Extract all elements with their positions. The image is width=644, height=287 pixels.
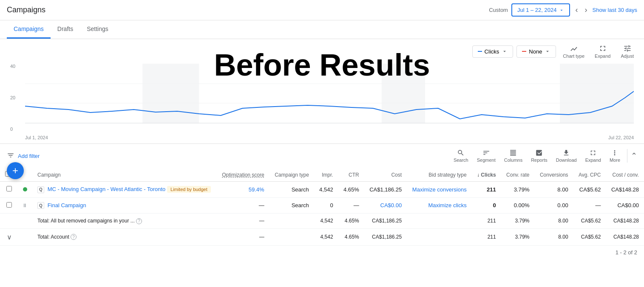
collapse-button[interactable]: ⌃	[631, 151, 637, 160]
next-date-button[interactable]: ›	[583, 4, 589, 16]
row2-status: ⏸	[17, 197, 32, 214]
total-label: Total: All but removed campaigns in your…	[32, 214, 217, 229]
campaign-link-2[interactable]: Final Campaign	[48, 202, 86, 208]
tab-drafts[interactable]: Drafts	[51, 20, 80, 39]
row2-impr: 0	[314, 197, 338, 214]
header-ctr: CTR	[338, 168, 364, 182]
row1-opt-score: 59.4%	[217, 182, 270, 198]
chart-wrapper: 40 20 0 Jul 1, 2024 Jul 22, 2024	[10, 64, 634, 140]
table-row: Q MC - Moving Campaign - West Atlantic -…	[0, 182, 644, 198]
header-cost-conv: Cost / conv.	[606, 168, 644, 182]
header-impr: Impr.	[314, 168, 338, 182]
more-button[interactable]: More	[606, 147, 624, 164]
collapse-account-icon[interactable]: ∨	[7, 234, 12, 241]
expand-label: Expand	[595, 53, 610, 59]
chart-type-button[interactable]: Chart type	[559, 42, 588, 60]
none-label: None	[529, 48, 542, 55]
top-bar-left: Campaigns	[7, 6, 45, 14]
table-section: Add filter Search Segment Columns Report…	[0, 144, 644, 246]
filter-area: Add filter	[7, 152, 40, 160]
table-toolbar: Add filter Search Segment Columns Report…	[0, 144, 644, 168]
more-label: More	[610, 158, 620, 163]
clicks-label: Clicks	[485, 48, 499, 55]
header-opt-score: Optimization score	[217, 168, 270, 182]
date-range-label: Jul 1 – 22, 2024	[517, 7, 557, 13]
none-metric-button[interactable]: None	[516, 45, 556, 58]
row2-clicks: 0	[472, 197, 501, 214]
row1-cost: CA$1,186.25	[364, 182, 407, 198]
header-campaign: Campaign	[32, 168, 217, 182]
download-label: Download	[556, 158, 577, 163]
pagination-text: 1 - 2 of 2	[616, 249, 637, 256]
clicks-dot	[478, 51, 482, 52]
date-controls: Custom Jul 1 – 22, 2024 ‹ › Show last 30…	[489, 3, 637, 17]
total-account-label: Total: Account ?	[32, 228, 217, 245]
date-range-button[interactable]: Jul 1 – 22, 2024	[511, 3, 570, 17]
row1-conv-rate: 3.79%	[501, 182, 535, 198]
row1-bid-strategy: Maximize conversions	[407, 182, 472, 198]
green-status-dot	[23, 187, 27, 191]
tab-campaigns[interactable]: Campaigns	[7, 20, 51, 39]
custom-label: Custom	[489, 7, 508, 13]
chart-controls: Clicks None Chart type Expand Adjust	[7, 42, 637, 60]
total-row: Total: All but removed campaigns in your…	[0, 214, 644, 229]
table-row: ⏸ Q Final Campaign — Search 0 — CA$0.00 …	[0, 197, 644, 214]
row1-campaign: Q MC - Moving Campaign - West Atlantic -…	[32, 182, 217, 198]
row1-cost-conv: CA$148.28	[606, 182, 644, 198]
row2-avg-cpc: —	[573, 197, 606, 214]
search-q-icon-2: Q	[37, 202, 44, 209]
table-header-row: Campaign Optimization score Campaign typ…	[0, 168, 644, 182]
expand-chart-button[interactable]: Expand	[591, 42, 614, 60]
show-last-30[interactable]: Show last 30 days	[592, 7, 637, 13]
row2-conv-rate: 0.00%	[501, 197, 535, 214]
header-bid-strategy: Bid strategy type	[407, 168, 472, 182]
row2-campaign-type: Search	[270, 197, 314, 214]
svg-rect-1	[382, 64, 425, 123]
row1-ctr: 4.65%	[338, 182, 364, 198]
row2-checkbox[interactable]	[0, 197, 17, 214]
campaign-link-1[interactable]: MC - Moving Campaign - West Atlantic - T…	[48, 186, 166, 192]
row2-conversions: 0.00	[535, 197, 573, 214]
chart-area	[25, 64, 634, 132]
add-fab-button[interactable]: +	[7, 162, 24, 179]
row2-bid-strategy: Maximize clicks	[407, 197, 472, 214]
row1-checkbox[interactable]	[0, 182, 17, 198]
adjust-label: Adjust	[621, 53, 634, 59]
add-filter-button[interactable]: Add filter	[18, 153, 40, 159]
pagination: 1 - 2 of 2	[0, 246, 644, 259]
total-info-icon[interactable]: ?	[136, 218, 142, 224]
columns-button[interactable]: Columns	[501, 147, 526, 164]
prev-date-button[interactable]: ‹	[573, 4, 579, 16]
account-info-icon[interactable]: ?	[71, 234, 77, 240]
header-conv-rate: Conv. rate	[501, 168, 535, 182]
row2-cost-conv: CA$0.00	[606, 197, 644, 214]
header-conversions: Conversions	[535, 168, 573, 182]
chart-y-labels: 40 20 0	[10, 64, 23, 140]
chart-section: Before Results Clicks None Chart type Ex…	[0, 39, 644, 144]
expand-table-button[interactable]: Expand	[582, 147, 604, 164]
chart-type-label: Chart type	[563, 53, 584, 59]
tab-settings[interactable]: Settings	[80, 20, 115, 39]
toolbar-divider	[627, 149, 627, 163]
row1-campaign-type: Search	[270, 182, 314, 198]
segment-label: Segment	[477, 158, 496, 163]
row1-conversions: 8.00	[535, 182, 573, 198]
row2-cost: CA$0.00	[364, 197, 407, 214]
row2-opt-score: —	[217, 197, 270, 214]
adjust-button[interactable]: Adjust	[617, 42, 637, 60]
row2-ctr: —	[338, 197, 364, 214]
campaigns-table: Campaign Optimization score Campaign typ…	[0, 168, 644, 246]
reports-label: Reports	[531, 158, 548, 163]
table-actions: Search Segment Columns Reports Download …	[450, 147, 637, 164]
download-button[interactable]: Download	[553, 147, 580, 164]
row2-campaign: Q Final Campaign	[32, 197, 217, 214]
reports-button[interactable]: Reports	[528, 147, 551, 164]
clicks-metric-button[interactable]: Clicks	[472, 45, 513, 58]
segment-button[interactable]: Segment	[474, 147, 499, 164]
row1-impr: 4,542	[314, 182, 338, 198]
pause-icon: ⏸	[22, 203, 27, 208]
search-label: Search	[454, 158, 468, 163]
search-button[interactable]: Search	[450, 147, 472, 164]
filter-icon[interactable]	[7, 152, 14, 160]
search-q-icon: Q	[37, 186, 44, 193]
